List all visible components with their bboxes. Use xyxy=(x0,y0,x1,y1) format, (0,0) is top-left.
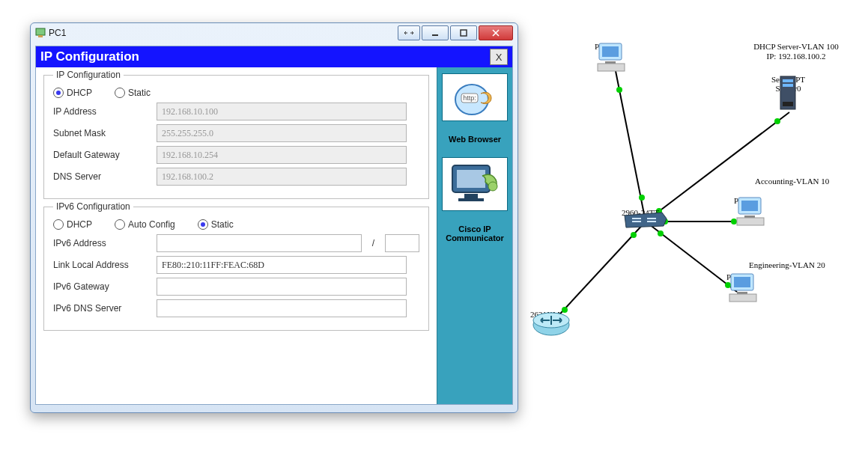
svg-rect-3 xyxy=(461,30,467,36)
svg-rect-42 xyxy=(729,294,756,302)
svg-rect-30 xyxy=(598,64,625,71)
lla-label: Link Local Address xyxy=(53,260,151,270)
dns-label: DNS Server xyxy=(53,171,151,182)
switch-icon xyxy=(622,208,670,230)
titlebar[interactable]: PC1 xyxy=(31,23,518,43)
close-button[interactable] xyxy=(479,25,513,40)
device-sw1[interactable]: 2960-24TT SW1 xyxy=(622,208,659,226)
svg-point-17 xyxy=(616,87,622,93)
ipv6-prefix-input[interactable] xyxy=(385,234,419,252)
svg-rect-36 xyxy=(741,201,758,211)
ip-communicator-label: Cisco IP Communicator xyxy=(437,223,512,244)
router-icon xyxy=(530,310,572,338)
dialog-title: IP Configuration xyxy=(40,49,490,64)
ipv6-gw-label: IPv6 Gateway xyxy=(53,281,151,292)
ipv6-dns-input[interactable] xyxy=(157,299,407,317)
device-pc1[interactable]: PC-PT PC1 xyxy=(734,196,756,214)
subnet-input[interactable] xyxy=(157,124,407,142)
ipv6-auto-radio[interactable]: Auto Config xyxy=(115,219,175,230)
form-pane: IP Configuration DHCP Static IP Address … xyxy=(36,67,437,404)
topology-links xyxy=(520,0,868,449)
web-browser-icon: http: xyxy=(451,77,499,119)
window-resize-button[interactable] xyxy=(398,25,420,40)
dialog-header: IP Configuration X xyxy=(36,46,512,67)
ipv6-dns-label: IPv6 DNS Server xyxy=(53,303,151,314)
minimize-button[interactable] xyxy=(422,25,449,40)
ip-communicator-tile[interactable] xyxy=(442,157,508,211)
svg-rect-28 xyxy=(602,46,619,57)
pc-icon xyxy=(726,272,759,304)
ipv6-dhcp-radio[interactable]: DHCP xyxy=(53,219,92,230)
topology-canvas[interactable]: DHCP Server-VLAN 100 IP: 192.168.100.2 A… xyxy=(520,0,868,449)
ipv6-legend: IPv6 Configuration xyxy=(53,201,133,212)
lla-input[interactable] xyxy=(157,256,407,274)
svg-point-18 xyxy=(639,195,645,201)
ipv4-fieldset: IP Configuration DHCP Static IP Address … xyxy=(43,75,429,199)
device-pc3[interactable]: PC-PT PC3 xyxy=(726,272,749,290)
ipv4-static-radio[interactable]: Static xyxy=(115,88,151,98)
gateway-label: Default Gateway xyxy=(53,150,151,160)
ip-communicator-icon xyxy=(448,161,502,209)
ipv6-static-radio[interactable]: Static xyxy=(198,219,234,230)
device-pc4[interactable]: PC-PT PC4 xyxy=(595,42,617,60)
web-browser-tile[interactable]: http: xyxy=(442,73,508,121)
svg-rect-1 xyxy=(38,35,43,37)
svg-rect-32 xyxy=(783,79,793,82)
svg-rect-33 xyxy=(783,84,793,87)
maximize-button[interactable] xyxy=(450,25,477,40)
note-engineering: Engineering-VLAN 20 xyxy=(749,260,825,270)
svg-rect-8 xyxy=(457,170,485,188)
pc1-window: PC1 IP Configuration X xyxy=(30,22,518,413)
note-dhcp-server: DHCP Server-VLAN 100 IP: 192.168.100.2 xyxy=(732,42,860,61)
svg-point-11 xyxy=(488,182,497,191)
svg-rect-38 xyxy=(737,218,764,225)
dialog-frame: IP Configuration X IP Configuration DHCP… xyxy=(35,46,513,405)
window-title: PC1 xyxy=(49,28,398,38)
pc-icon xyxy=(734,196,767,227)
ipv6-address-label: IPv6 Address xyxy=(53,238,151,248)
svg-point-26 xyxy=(631,232,637,238)
app-side-pane: http: Web Browser Cisco IP Commu xyxy=(437,67,512,404)
ipv6-gw-input[interactable] xyxy=(157,278,407,296)
svg-rect-40 xyxy=(734,277,750,287)
device-r1[interactable]: 2621XM R1 xyxy=(530,310,560,328)
pc-icon xyxy=(595,42,628,73)
prefix-slash: / xyxy=(368,238,379,248)
svg-text:http:: http: xyxy=(463,94,476,102)
svg-rect-10 xyxy=(458,198,484,201)
svg-rect-34 xyxy=(783,102,793,106)
ipv6-address-input[interactable] xyxy=(157,234,362,252)
ip-address-label: IP Address xyxy=(53,106,151,117)
svg-point-24 xyxy=(658,230,664,236)
ipv4-legend: IP Configuration xyxy=(53,70,124,80)
server-icon xyxy=(771,75,804,115)
ip-address-input[interactable] xyxy=(157,103,407,120)
ipv6-fieldset: IPv6 Configuration DHCP Auto Config Stat… xyxy=(43,207,429,331)
ipv4-dhcp-radio[interactable]: DHCP xyxy=(53,88,92,98)
svg-rect-0 xyxy=(36,28,45,35)
svg-rect-2 xyxy=(432,34,438,36)
note-accounting: Accounting-VLAN 10 xyxy=(755,177,829,186)
device-server0[interactable]: Server-PT Server0 xyxy=(771,75,805,93)
svg-rect-9 xyxy=(464,194,478,198)
gateway-input[interactable] xyxy=(157,146,407,164)
dialog-close-button[interactable]: X xyxy=(490,49,508,65)
subnet-label: Subnet Mask xyxy=(53,128,151,138)
dns-input[interactable] xyxy=(157,168,407,186)
app-icon xyxy=(35,28,46,38)
web-browser-label: Web Browser xyxy=(449,133,501,145)
svg-line-13 xyxy=(646,112,789,222)
svg-point-19 xyxy=(774,118,780,124)
